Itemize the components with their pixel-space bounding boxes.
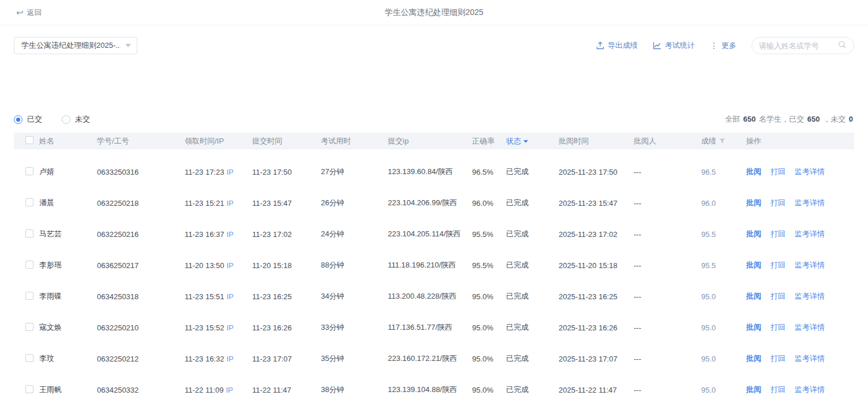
radio-not-submitted[interactable]: 未交: [62, 114, 90, 125]
header-review-time: 批阅时间: [559, 136, 634, 146]
export-icon: [596, 42, 604, 50]
more-label: 更多: [721, 40, 736, 51]
ip-link[interactable]: IP: [226, 292, 233, 301]
submitted-count: 650: [806, 115, 821, 123]
proctor-detail-action-link[interactable]: 监考详情: [795, 322, 825, 333]
receive-time: 11-23 16:37IP: [185, 230, 252, 239]
return-action-link[interactable]: 打回: [770, 260, 785, 270]
back-arrow-icon: ↩: [16, 8, 24, 17]
row-checkbox[interactable]: [25, 261, 33, 269]
row-checkbox[interactable]: [25, 198, 33, 206]
ip-link[interactable]: IP: [226, 386, 233, 394]
row-checkbox[interactable]: [25, 323, 33, 331]
proctor-detail-action-link[interactable]: 监考详情: [795, 198, 825, 208]
return-action-link[interactable]: 打回: [770, 353, 785, 364]
header-duration: 考试用时: [321, 136, 388, 146]
review-action-link[interactable]: 批阅: [746, 322, 761, 333]
header-accuracy: 正确率: [472, 136, 506, 146]
status-text: 已完成: [506, 385, 559, 395]
submit-time: 11-23 17:50: [252, 168, 321, 176]
return-action-link[interactable]: 打回: [770, 385, 785, 395]
review-time: 2025-11-23 17:50: [559, 168, 634, 176]
proctor-detail-action-link[interactable]: 监考详情: [795, 229, 825, 239]
submit-time: 11-22 11:47: [252, 386, 321, 394]
review-action-link[interactable]: 批阅: [746, 291, 761, 302]
exam-duration: 35分钟: [321, 353, 388, 364]
submit-ip: 111.18.196.210/陕西: [388, 260, 472, 270]
accuracy-rate: 96.0%: [472, 199, 506, 208]
search-input[interactable]: [759, 42, 833, 50]
return-action-link[interactable]: 打回: [770, 322, 785, 333]
accuracy-rate: 96.5%: [472, 168, 506, 176]
proctor-detail-action-link[interactable]: 监考详情: [795, 167, 825, 177]
return-action-link[interactable]: 打回: [770, 229, 785, 239]
receive-time: 11-23 15:52IP: [185, 323, 252, 332]
exam-select-value: 学生公寓违纪处理细则2025-...: [21, 40, 121, 51]
row-checkbox[interactable]: [25, 385, 33, 393]
return-action-link[interactable]: 打回: [770, 167, 785, 177]
reviewer: ---: [634, 323, 701, 332]
select-all-checkbox[interactable]: [25, 136, 33, 144]
return-action-link[interactable]: 打回: [770, 291, 785, 302]
exam-select-dropdown[interactable]: 学生公寓违纪处理细则2025-...: [14, 37, 137, 54]
sort-caret-icon: [523, 140, 528, 143]
review-action-link[interactable]: 批阅: [746, 198, 761, 208]
accuracy-rate: 95.5%: [472, 230, 506, 239]
exam-duration: 26分钟: [321, 198, 388, 208]
search-icon[interactable]: [838, 40, 847, 51]
exam-stats-button[interactable]: 考试统计: [653, 40, 695, 51]
submit-time: 11-23 16:26: [252, 323, 321, 332]
student-name: 卢婧: [39, 167, 97, 177]
student-id: 0632250210: [97, 323, 185, 332]
summary-sep: ，未交: [823, 115, 845, 123]
header-submit-ip: 提交ip: [388, 136, 472, 146]
page-title: 学生公寓违纪处理细则2025: [0, 7, 868, 18]
more-button[interactable]: ⋮ 更多: [710, 40, 736, 51]
proctor-detail-action-link[interactable]: 监考详情: [795, 385, 825, 395]
stats-label: 考试统计: [665, 40, 695, 51]
return-action-link[interactable]: 打回: [770, 198, 785, 208]
proctor-detail-action-link[interactable]: 监考详情: [795, 291, 825, 302]
status-text: 已完成: [506, 322, 559, 333]
row-checkbox[interactable]: [25, 167, 33, 175]
ip-link[interactable]: IP: [226, 355, 233, 363]
radio-submitted[interactable]: 已交: [14, 114, 42, 125]
export-scores-button[interactable]: 导出成绩: [596, 40, 638, 51]
back-label: 返回: [27, 7, 42, 18]
review-action-link[interactable]: 批阅: [746, 229, 761, 239]
proctor-detail-action-link[interactable]: 监考详情: [795, 260, 825, 270]
score-value: 95.5: [701, 230, 746, 239]
header-name: 姓名: [39, 136, 97, 146]
student-id: 0632250212: [97, 355, 185, 363]
row-checkbox[interactable]: [25, 292, 33, 300]
submission-filter: 已交 未交: [14, 114, 90, 125]
review-action-link[interactable]: 批阅: [746, 260, 761, 270]
filter-funnel-icon[interactable]: [719, 138, 725, 144]
reviewer: ---: [634, 230, 701, 239]
header-status-label: 状态: [506, 136, 521, 146]
line-chart-icon: [653, 42, 661, 50]
reviewer: ---: [634, 168, 701, 176]
review-time: 2025-11-23 16:26: [559, 323, 634, 332]
search-box[interactable]: [751, 37, 854, 54]
review-action-link[interactable]: 批阅: [746, 353, 761, 364]
score-value: 95.0: [701, 323, 746, 332]
student-id: 0632250216: [97, 230, 185, 239]
row-checkbox[interactable]: [25, 354, 33, 362]
header-action: 操作: [746, 136, 854, 146]
ip-link[interactable]: IP: [226, 168, 233, 176]
header-status-sort[interactable]: 状态: [506, 136, 554, 146]
ip-link[interactable]: IP: [226, 230, 233, 239]
ip-link[interactable]: IP: [226, 199, 233, 208]
submit-time: 11-23 15:47: [252, 199, 321, 208]
review-action-link[interactable]: 批阅: [746, 167, 761, 177]
status-text: 已完成: [506, 260, 559, 270]
export-label: 导出成绩: [608, 40, 638, 51]
proctor-detail-action-link[interactable]: 监考详情: [795, 353, 825, 364]
back-button[interactable]: ↩ 返回: [16, 7, 42, 18]
ip-link[interactable]: IP: [226, 261, 233, 270]
ip-link[interactable]: IP: [226, 323, 233, 332]
accuracy-rate: 95.0%: [472, 355, 506, 363]
review-action-link[interactable]: 批阅: [746, 385, 761, 395]
row-checkbox[interactable]: [25, 229, 33, 238]
